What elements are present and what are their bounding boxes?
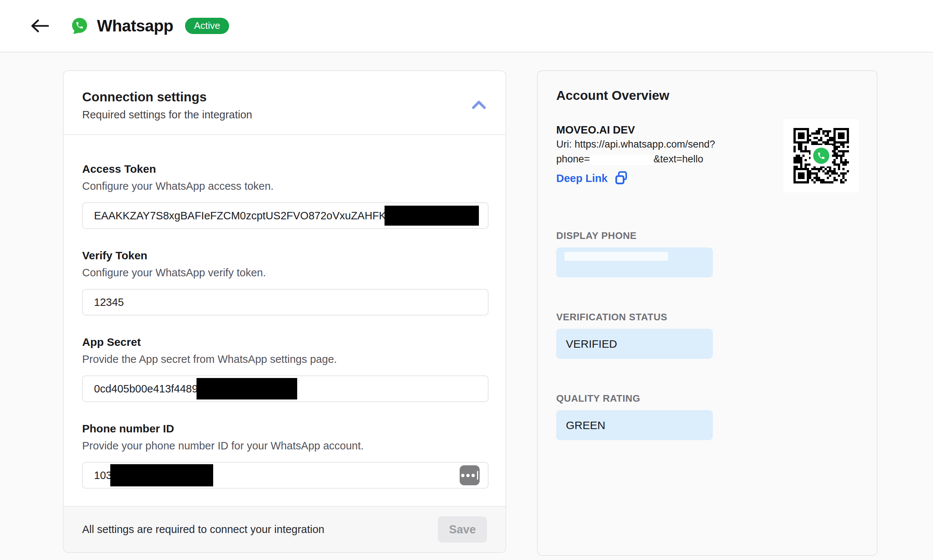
uri-phone-prefix: phone= [556, 154, 590, 165]
field-description: Configure your WhatsApp verify token. [82, 266, 487, 279]
display-phone-value-box [556, 248, 713, 277]
access-token-field-group: Access Token Configure your WhatsApp acc… [82, 162, 487, 229]
access-token-input[interactable]: EAAKKZAY7S8xgBAFIeFZCM0zcptUS2FVO872oVxu… [82, 202, 489, 229]
verify-token-input[interactable]: 12345 [82, 289, 489, 315]
redaction-box [384, 206, 479, 226]
copy-icon [614, 171, 628, 186]
account-overview-title: Account Overview [556, 88, 858, 103]
stat-value: GREEN [566, 419, 606, 432]
verification-status-stat: VERIFICATION STATUS VERIFIED [556, 311, 858, 359]
account-block: MOVEO.AI DEV Uri: https://api.whatsapp.c… [556, 123, 858, 186]
save-button[interactable]: Save [438, 516, 487, 543]
collapse-section-button[interactable] [472, 100, 486, 111]
app-secret-input[interactable]: 0cd405b00e413f4489 [82, 375, 489, 402]
phone-number-id-input[interactable]: 103 [82, 462, 489, 489]
app-secret-field-group: App Secret Provide the App secret from W… [82, 335, 487, 402]
display-phone-stat: DISPLAY PHONE [556, 230, 858, 277]
app-secret-value: 0cd405b00e413f4489 [94, 383, 198, 395]
account-stats: DISPLAY PHONE VERIFICATION STATUS VERIFI… [556, 230, 858, 440]
section-title: Connection settings [82, 89, 485, 104]
stat-label: QUALITY RATING [556, 393, 858, 404]
status-badge: Active [185, 18, 229, 34]
top-bar: Whatsapp Active [0, 0, 933, 52]
field-description: Configure your WhatsApp access token. [82, 179, 487, 193]
field-description: Provide the App secret from WhatsApp set… [82, 352, 487, 366]
qr-code [793, 128, 849, 183]
stat-value: VERIFIED [566, 338, 617, 350]
field-description: Provide your phone number ID for your Wh… [82, 439, 487, 452]
phone-number-id-value: 103 [94, 469, 112, 482]
access-token-value: EAAKKZAY7S8xgBAFIeFZCM0zcptUS2FVO872oVxu… [94, 210, 386, 222]
stat-label: VERIFICATION STATUS [556, 311, 858, 323]
field-label: Phone number ID [82, 422, 487, 435]
qr-code-container [783, 119, 859, 192]
connection-settings-card: Connection settings Required settings fo… [63, 70, 506, 553]
redaction-box [196, 378, 297, 400]
stat-label: DISPLAY PHONE [556, 230, 858, 242]
connection-settings-header: Connection settings Required settings fo… [64, 71, 506, 134]
connection-settings-body: Access Token Configure your WhatsApp acc… [64, 135, 506, 489]
account-overview-card: Account Overview MOVEO.AI DEV Uri: https… [537, 70, 877, 556]
quality-rating-stat: QUALITY RATING GREEN [556, 393, 858, 440]
back-arrow-icon [30, 19, 49, 33]
quality-rating-value-box: GREEN [556, 410, 713, 440]
verification-status-value-box: VERIFIED [556, 329, 713, 359]
phone-redaction [590, 155, 654, 165]
field-label: App Secret [82, 335, 487, 349]
copy-deep-link-button[interactable] [614, 171, 628, 186]
section-subtitle: Required settings for the integration [82, 109, 485, 121]
redaction [564, 252, 668, 261]
whatsapp-icon [70, 17, 89, 35]
verify-token-value: 12345 [94, 296, 124, 308]
back-button[interactable] [29, 15, 51, 37]
deep-link[interactable]: Deep Link [556, 172, 608, 185]
settings-footer: All settings are required to connect you… [64, 506, 506, 552]
password-manager-icon[interactable] [460, 465, 480, 485]
phone-number-id-field-group: Phone number ID Provide your phone numbe… [82, 422, 487, 489]
redaction-box [110, 464, 213, 486]
field-label: Verify Token [82, 249, 487, 262]
page-title: Whatsapp [97, 17, 173, 35]
footer-note: All settings are required to connect you… [82, 523, 324, 535]
uri-suffix: &text=hello [654, 154, 703, 165]
whatsapp-qr-logo-icon [811, 145, 832, 166]
field-label: Access Token [82, 162, 487, 176]
verify-token-field-group: Verify Token Configure your WhatsApp ver… [82, 249, 487, 315]
chevron-up-icon [472, 100, 486, 109]
